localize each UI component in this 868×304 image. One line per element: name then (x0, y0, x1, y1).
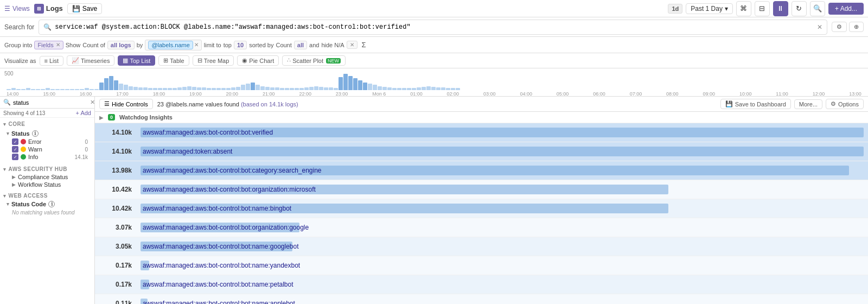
hide-na-chip[interactable]: ✕ (347, 41, 358, 49)
row-count: 13.98k (99, 167, 132, 174)
warn-dot (21, 147, 26, 152)
row-label: awswaf:managed:aws:bot-control:bot:name:… (143, 281, 293, 288)
hide-na-remove[interactable]: ✕ (350, 42, 354, 48)
error-checkbox[interactable] (12, 138, 18, 145)
watchdog-label: Watchdog Insights (119, 114, 173, 121)
chart-bar (256, 85, 260, 90)
row-label: awswaf:managed:aws:bot-control:bot:name:… (143, 205, 291, 212)
sidebar-search[interactable]: 🔍 ✕ (0, 97, 94, 109)
all-logs-chip[interactable]: all logs (107, 41, 135, 49)
table-row[interactable]: 14.10kawswaf:managed:aws:bot-control:bot… (95, 123, 868, 142)
table-row[interactable]: 3.07kawswaf:managed:aws:bot-control:bot:… (95, 218, 868, 237)
sidebar-status-header[interactable]: ▾ Status ℹ (3, 129, 91, 138)
chart-area: 500 14:00 15:00 16:00 17:00 18:00 19:00 … (0, 68, 868, 97)
sidebar-aws-header[interactable]: ▾ AWS SECURITY HUB (3, 165, 91, 173)
save-dashboard-button[interactable]: 💾 Save to Dashboard (720, 99, 791, 109)
chart-bar (348, 76, 353, 90)
table-row[interactable]: 14.10kawswaf:managed:token:absent (95, 142, 868, 161)
search-icon[interactable]: 🔍 (810, 1, 825, 16)
viz-scatter-button[interactable]: ∴ Scatter Plot NEW (282, 55, 346, 66)
no-match-text: No matching values found (3, 208, 91, 217)
add-label: + Add... (835, 5, 857, 12)
search-share-button[interactable]: ⊕ (849, 22, 864, 32)
chart-bar (402, 88, 406, 90)
chart-bar (451, 88, 455, 90)
chart-bar (446, 88, 450, 90)
pause-icon[interactable]: ⏸ (773, 1, 788, 16)
keyboard-shortcut-icon[interactable]: ⌘ (736, 1, 751, 16)
hide-controls-button[interactable]: ☰ Hide Controls (99, 99, 153, 109)
all-chip[interactable]: all (294, 41, 307, 49)
search-options-button[interactable]: ⚙ (832, 22, 847, 32)
fields-chip[interactable]: Fields ✕ (34, 41, 63, 49)
chart-bar (309, 87, 314, 90)
chart-bar (70, 89, 74, 90)
time-selector[interactable]: Past 1 Day ▾ (686, 3, 733, 14)
views-label: Views (12, 5, 30, 12)
add-button[interactable]: + Add... (828, 3, 864, 15)
by-value-chip[interactable]: @labels.name ✕ (145, 40, 201, 50)
sidebar-status-code-header[interactable]: ▾ Status Code ℹ (3, 200, 91, 208)
table-row[interactable]: 0.17kawswaf:managed:aws:bot-control:bot:… (95, 275, 868, 294)
search-input-wrap[interactable]: 🔍 ✕ (39, 20, 827, 35)
search-input[interactable] (55, 23, 814, 31)
table-row[interactable]: 10.42kawswaf:managed:aws:bot-control:bot… (95, 180, 868, 199)
sidebar-search-clear-icon[interactable]: ✕ (90, 99, 95, 106)
table-row[interactable]: 0.11kawswaf:managed:aws:bot-control:bot:… (95, 294, 868, 304)
viz-piechart-label: Pie Chart (249, 58, 274, 64)
chart-bar (197, 87, 201, 90)
chart-bar (226, 88, 231, 90)
sidebar-add-button[interactable]: + Add (76, 110, 91, 116)
table-row[interactable]: 13.98kawswaf:managed:aws:bot-control:bot… (95, 161, 868, 180)
viz-list-button[interactable]: ≡ List (40, 56, 64, 66)
viz-piechart-button[interactable]: ◉ Pie Chart (237, 55, 279, 66)
chart-bar (251, 83, 255, 90)
chart-bar (75, 89, 79, 90)
chart-bar (168, 88, 172, 90)
watchdog-expand-icon[interactable]: ▶ (99, 115, 104, 121)
viz-timeseries-button[interactable]: 📈 Timeseries (67, 55, 114, 66)
top-value-chip[interactable]: 10 (234, 41, 247, 49)
views-button[interactable]: ☰ Views (4, 5, 30, 12)
chart-bar (241, 85, 245, 90)
table-row[interactable]: 0.17kawswaf:managed:aws:bot-control:bot:… (95, 256, 868, 275)
viz-scatter-label: Scatter Plot (292, 58, 323, 64)
watchdog-row[interactable]: ▶ 0 Watchdog Insights (95, 112, 868, 123)
chart-bar (329, 87, 333, 90)
viz-toplist-button[interactable]: ▦ Top List (118, 55, 155, 66)
chart-bar (104, 78, 108, 90)
sidebar-search-input[interactable] (13, 99, 88, 106)
viz-treemap-button[interactable]: ⊟ Tree Map (193, 55, 234, 66)
sidebar-item-info[interactable]: Info 14.1k (3, 153, 91, 161)
info-checkbox[interactable] (12, 154, 18, 160)
refresh-icon[interactable]: ↻ (792, 1, 807, 16)
fields-chip-remove[interactable]: ✕ (56, 42, 60, 48)
split-view-icon[interactable]: ⊟ (755, 1, 770, 16)
search-clear-icon[interactable]: ✕ (817, 23, 822, 31)
row-label: awswaf:managed:aws:bot-control:bot:name:… (143, 262, 300, 269)
viz-table-button[interactable]: ⊞ Table (158, 55, 189, 66)
hide-na-label: hide N/A (321, 42, 344, 48)
row-count: 14.10k (99, 148, 132, 155)
sidebar-web-header[interactable]: ▾ WEB ACCESS (3, 192, 91, 200)
warn-checkbox[interactable] (12, 146, 18, 153)
sidebar-core-header[interactable]: ▾ CORE (3, 120, 91, 128)
chart-bar (236, 87, 240, 90)
sidebar-item-warn[interactable]: Warn 0 (3, 145, 91, 153)
top-bar-right: 1d Past 1 Day ▾ ⌘ ⊟ ⏸ ↻ 🔍 + Add... (668, 1, 864, 16)
more-button[interactable]: More... (794, 99, 822, 109)
chart-bar (339, 77, 343, 90)
by-chip-remove[interactable]: ✕ (194, 42, 199, 48)
table-row[interactable]: 3.05kawswaf:managed:aws:bot-control:bot:… (95, 237, 868, 256)
chart-bar (202, 87, 206, 90)
sidebar-item-workflow[interactable]: ▶ Workflow Status (3, 181, 91, 188)
sigma-icon[interactable]: Σ (362, 41, 366, 49)
options-button[interactable]: ⚙ Options (826, 99, 864, 109)
sidebar-item-compliance[interactable]: ▶ Compliance Status (3, 173, 91, 181)
row-label: awswaf:managed:aws:bot-control:bot:name:… (143, 300, 295, 304)
save-button[interactable]: 💾 Save (67, 3, 102, 14)
table-row[interactable]: 10.42kawswaf:managed:aws:bot-control:bot… (95, 199, 868, 218)
sidebar-item-error[interactable]: Error 0 (3, 138, 91, 145)
watchdog-icon: 0 (108, 114, 115, 121)
results-basis[interactable]: (based on 14.1k logs) (241, 101, 298, 107)
